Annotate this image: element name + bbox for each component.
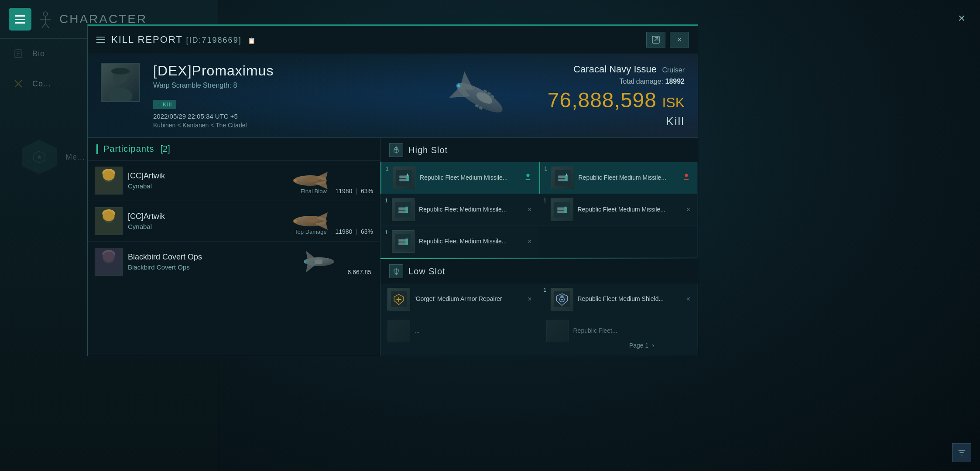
participants-header: Participants [2]	[88, 138, 380, 160]
hamburger-icon	[15, 15, 25, 24]
item-close-button[interactable]: ×	[686, 295, 690, 303]
low-slot-icon	[389, 264, 403, 278]
low-slot-grid: 'Gorget' Medium Armor Repairer × 1	[380, 283, 698, 315]
equipment-item[interactable]: 1 Republic Fleet Medium Missile...	[539, 194, 698, 226]
item-icon-shield	[551, 288, 573, 311]
svg-line-3	[42, 24, 45, 28]
modal-actions: ×	[646, 32, 689, 48]
participant-damage-2: 11980	[335, 228, 352, 235]
svg-point-66	[526, 174, 529, 177]
item-icon-armor	[387, 288, 410, 311]
item-icon	[393, 167, 415, 189]
participant-row[interactable]: [CC]Artwik Cynabal To	[88, 201, 380, 242]
svg-rect-71	[566, 174, 567, 176]
sidebar-item-combat-label: Co...	[32, 79, 51, 89]
participant-stats-1: Final Blow | 11980 | 63%	[301, 188, 373, 195]
participant-ship-icon-3	[293, 246, 345, 277]
equipment-item[interactable]: 1 Republic Fleet Medium Missile...	[380, 194, 539, 226]
kill-badge: ↑ Kill	[153, 100, 176, 109]
ship-type: Cruiser	[662, 66, 685, 74]
item-icon	[392, 198, 415, 221]
participant-row[interactable]: Blackbird Covert Ops Blackbird Covert Op…	[88, 242, 380, 282]
svg-point-39	[293, 179, 297, 182]
equipment-item-empty	[539, 226, 698, 258]
combat-icon	[10, 76, 26, 92]
item-name: Republic Fleet Medium Missile...	[420, 174, 519, 182]
item-icon-partial-2	[546, 320, 569, 342]
svg-point-0	[43, 12, 48, 16]
participant-damage-3: 6,667.85	[348, 269, 372, 276]
total-damage-row: Total damage: 18992	[620, 78, 685, 85]
modal-close-button[interactable]: ×	[670, 32, 689, 48]
svg-point-54	[103, 252, 114, 262]
participant-stats-3: 6,667.85	[348, 269, 372, 276]
equipment-panel: High Slot 1	[380, 138, 698, 356]
item-name-armor: 'Gorget' Medium Armor Repairer	[415, 295, 523, 304]
participant-avatar-3	[95, 248, 123, 276]
victim-warp-scramble: Warp Scramble Strength: 8	[153, 82, 535, 89]
global-close-button[interactable]: ×	[952, 9, 971, 28]
item-close-button[interactable]: ×	[528, 206, 531, 214]
item-qty: 1	[544, 287, 547, 293]
svg-rect-76	[405, 207, 408, 213]
item-qty: 1	[544, 198, 547, 204]
item-name: Republic Fleet Medium Missile...	[578, 205, 682, 214]
participant-avatar-2	[95, 207, 123, 235]
isk-label: ISK	[662, 95, 685, 110]
kill-stats: Caracal Navy Issue Cruiser Total damage:…	[548, 63, 685, 129]
total-damage-value: 18992	[665, 78, 685, 85]
svg-rect-65	[407, 174, 408, 176]
sidebar-item-medals-label: Me...	[65, 153, 85, 162]
menu-button[interactable]	[9, 8, 31, 31]
item-close-button[interactable]: ×	[528, 295, 531, 303]
item-name: Republic Fleet Medium Missile...	[419, 205, 523, 214]
equipment-item[interactable]: 1 Republic Fleet Medium Mis	[539, 162, 698, 194]
victim-avatar	[101, 63, 140, 102]
participant-pct-2: 63%	[361, 228, 373, 235]
participant-stats-2: Top Damage | 11980 | 63%	[295, 228, 373, 235]
svg-point-34	[103, 171, 114, 181]
svg-point-49	[293, 219, 297, 223]
kill-report-modal: KILL REPORT [ID:7198669] 📋 ×	[87, 24, 698, 356]
item-qty: 1	[386, 166, 389, 172]
kill-header: [DEX]Promaximus Warp Scramble Strength: …	[88, 54, 698, 138]
kill-location: Kubinen < Kantanen < The Citadel	[153, 122, 535, 129]
participants-panel: Participants [2]	[88, 138, 380, 356]
participant-damage-1: 11980	[335, 188, 352, 195]
participant-row[interactable]: [CC]Artwik Cynabal	[88, 160, 380, 201]
equipment-item[interactable]: 'Gorget' Medium Armor Repairer ×	[380, 283, 539, 315]
victim-name: [DEX]Promaximus	[153, 63, 535, 79]
kill-datetime: 2022/05/29 22:05:34 UTC +5	[153, 113, 535, 120]
equipment-item-partial[interactable]: ...	[380, 315, 539, 347]
item-close-button[interactable]: ×	[686, 206, 690, 214]
filter-button[interactable]	[952, 443, 971, 462]
equipment-item[interactable]: 1	[539, 283, 698, 315]
modal-menu-button[interactable]	[96, 37, 105, 43]
participants-bar-indicator	[96, 144, 98, 154]
medals-section: ★ Me...	[22, 140, 85, 174]
svg-rect-58	[315, 259, 322, 264]
high-slot-icon	[389, 143, 403, 157]
svg-rect-84	[405, 239, 408, 245]
item-close-button[interactable]: ×	[528, 238, 531, 246]
page-indicator: Page 1 ›	[629, 342, 654, 349]
person-icon-teal	[524, 173, 532, 183]
bio-icon	[10, 46, 26, 61]
equipment-item-partial-2[interactable]: Republic Fleet...	[539, 315, 698, 347]
item-qty: 1	[385, 229, 388, 236]
modal-export-button[interactable]	[646, 32, 665, 48]
pagination-arrow[interactable]: ›	[652, 342, 654, 349]
item-qty: 1	[385, 198, 388, 204]
isk-row: 76,888,598 ISK	[548, 88, 685, 112]
equipment-item[interactable]: 1 Republic	[380, 162, 539, 194]
high-slot-title: High Slot	[408, 145, 448, 155]
equipment-item[interactable]: 1 Republic Fleet Medium Missile...	[380, 226, 539, 258]
participant-role-label-2: Top Damage	[295, 229, 327, 235]
isk-value: 76,888,598	[548, 89, 657, 112]
medal-hex-icon: ★	[22, 140, 57, 174]
item-name: Republic Fleet Medium Missile...	[579, 174, 678, 182]
item-name: Republic Fleet Medium Missile...	[419, 237, 523, 246]
high-slot-grid: 1 Republic	[380, 162, 698, 258]
participant-pct-1: 63%	[361, 188, 373, 195]
modal-copy-icon[interactable]: 📋	[248, 37, 256, 44]
